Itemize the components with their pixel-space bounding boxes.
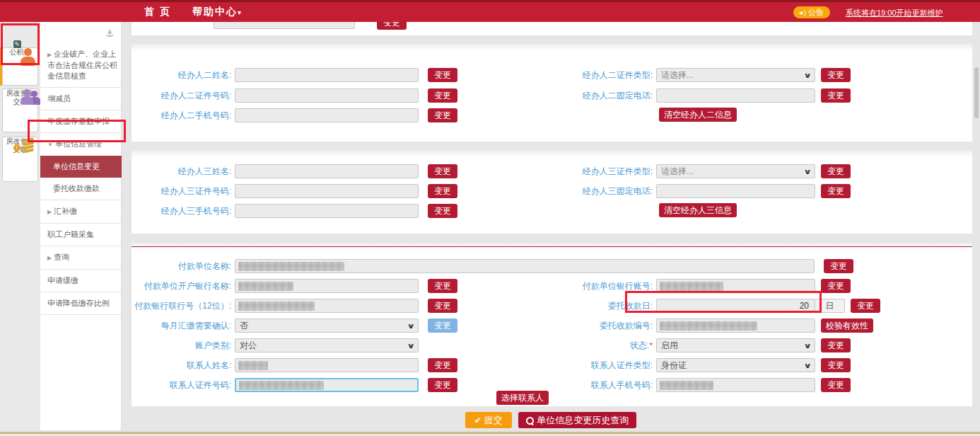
contact-id-type-select[interactable]: 身份证∨ <box>656 358 815 372</box>
payer-bank-name-input[interactable] <box>235 279 419 293</box>
agent3-phone-input[interactable] <box>656 184 815 198</box>
agent2-phone-input[interactable] <box>656 88 815 103</box>
sidebar-menu: ▶企业破产、企业上市合法合规住房公积金信息核查 增减员 年度缴存基数申报 ▼单位… <box>40 43 122 315</box>
status-select[interactable]: 启用∨ <box>656 338 815 352</box>
sidebar-item-zhigonghuji[interactable]: 职工户籍采集 <box>40 224 122 246</box>
page-bottom-border <box>0 432 980 434</box>
contact-id-number-input[interactable] <box>235 378 419 392</box>
change-button[interactable]: 变更 <box>428 88 457 103</box>
monthly-confirm-select[interactable]: 否∨ <box>235 319 419 333</box>
sidebar-item-jiangdibili[interactable]: 申请降低缴存比例 <box>40 292 122 315</box>
payer-unit-name-input[interactable] <box>235 259 815 273</box>
select-contact-button[interactable]: 选择联系人 <box>496 391 549 405</box>
sidebar-item-zengjianyuan[interactable]: 增减员 <box>40 88 122 110</box>
chevron-right-icon: ▶ <box>47 209 52 215</box>
sidebar-item-shenqinghuanjiao[interactable]: 申请缓缴 <box>40 270 122 292</box>
change-button[interactable]: 变更 <box>821 68 851 82</box>
change-button[interactable]: 变更 <box>428 68 457 82</box>
chevron-right-icon: ▶ <box>47 52 52 58</box>
payer-bank-code-input[interactable] <box>235 299 419 313</box>
validate-button[interactable]: 校验有效性 <box>821 319 873 333</box>
change-button[interactable]: 变更 <box>824 259 853 273</box>
rail-item-fanggai-deposit[interactable]: 房改资金交存 <box>2 88 38 132</box>
change-button[interactable]: 变更 <box>428 164 457 178</box>
sidebar-item-niandujiaocun[interactable]: 年度缴存基数申报 <box>40 110 122 133</box>
field-label: 付款单位名称: <box>132 260 235 272</box>
required-mark: * <box>650 341 653 350</box>
field-label: 经办人二固定电话: <box>485 90 656 102</box>
clear-agent2-button[interactable]: 清空经办人二信息 <box>659 108 737 122</box>
redacted-value <box>238 302 315 311</box>
change-button[interactable]: 变更 <box>428 204 457 218</box>
change-button[interactable]: 变更 <box>428 319 457 333</box>
field-label: 经办人三证件号码: <box>132 185 235 197</box>
day-unit-suffix: 日 <box>815 299 845 313</box>
sidebar-item-danweixinxibiangeng[interactable]: 单位信息变更 <box>40 156 122 178</box>
change-button[interactable]: 变更 <box>821 184 851 198</box>
agent2-name-input[interactable] <box>235 68 419 82</box>
change-button[interactable]: 变更 <box>821 378 851 392</box>
agent3-id-number-input[interactable] <box>235 184 419 198</box>
sidebar: ⚓ ▶企业破产、企业上市合法合规住房公积金信息核查 增减员 年度缴存基数申报 ▼… <box>40 22 122 430</box>
main-content: 变更 经办人二姓名:变更 经办人二证件号码:变更 经办人二手机号码:变更 经办人… <box>122 22 980 436</box>
footer-actions: ✔提交 单位信息变更历史查询 <box>122 412 980 428</box>
sidebar-group-danweixinxi[interactable]: ▼单位信息管理 <box>40 133 122 156</box>
field-label: 付款单位银行账号: <box>485 280 656 292</box>
field-label: 经办人三证件类型: <box>485 166 656 178</box>
header-bar: 首 页 帮助中心▾ ◄)公告 系统将在19:00开始更新维护 <box>0 2 980 22</box>
agent2-id-number-input[interactable] <box>235 88 419 103</box>
sidebar-item-huibujiao[interactable]: ▶汇补缴 <box>40 200 122 224</box>
account-type-select[interactable]: 对公∨ <box>235 338 419 352</box>
change-button[interactable]: 变更 <box>851 299 880 313</box>
change-button[interactable]: 变更 <box>428 279 457 293</box>
partial-input[interactable] <box>214 22 355 29</box>
agent2-mobile-input[interactable] <box>235 108 419 122</box>
history-query-button[interactable]: 单位信息变更历史查询 <box>518 412 636 428</box>
chevron-down-icon: ∨ <box>407 342 414 350</box>
change-button[interactable]: 变更 <box>428 184 457 198</box>
change-button[interactable]: 变更 <box>428 108 457 122</box>
chevron-down-icon: ▼ <box>47 142 53 148</box>
change-button[interactable]: 变更 <box>428 358 457 372</box>
field-label: 经办人三姓名: <box>132 166 235 178</box>
collection-day-input[interactable]: 20 <box>656 299 815 313</box>
change-button[interactable]: 变更 <box>821 338 851 352</box>
anchor-icon[interactable]: ⚓ <box>105 28 114 39</box>
change-button[interactable]: 变更 <box>377 22 407 30</box>
nav-home[interactable]: 首 页 <box>144 6 171 18</box>
sidebar-item-chaxun[interactable]: ▶查询 <box>40 246 122 270</box>
chevron-down-icon: ∨ <box>803 342 811 350</box>
submit-button[interactable]: ✔提交 <box>465 412 512 428</box>
change-button[interactable]: 变更 <box>821 279 851 293</box>
contact-mobile-input[interactable] <box>656 378 815 392</box>
field-label: 付款银行联行号（12位）: <box>132 300 235 312</box>
change-button[interactable]: 变更 <box>821 358 851 372</box>
field-label: 经办人二证件类型: <box>485 69 656 81</box>
clear-agent3-button[interactable]: 清空经办人三信息 <box>659 203 737 217</box>
chevron-right-icon: ▶ <box>47 255 52 261</box>
sidebar-item-qiyepochan[interactable]: ▶企业破产、企业上市合法合规住房公积金信息核查 <box>40 43 122 88</box>
maintenance-notice-link[interactable]: 系统将在19:00开始更新维护 <box>846 8 943 18</box>
agent2-id-type-select[interactable]: 请选择...∨ <box>656 68 815 82</box>
contact-name-input[interactable] <box>235 358 419 372</box>
change-button[interactable]: 变更 <box>821 164 851 178</box>
nav-help-center[interactable]: 帮助中心▾ <box>192 6 241 18</box>
agent3-name-input[interactable] <box>235 164 419 178</box>
change-button[interactable]: 变更 <box>428 299 457 313</box>
collection-number-input[interactable] <box>656 319 815 333</box>
search-icon <box>526 417 534 425</box>
agent3-mobile-input[interactable] <box>235 204 419 218</box>
field-label: 联系人证件号码: <box>132 379 235 391</box>
sidebar-item-weituoshoukuan[interactable]: 委托收款缴款 <box>40 178 122 200</box>
payer-bank-account-input[interactable] <box>656 279 815 293</box>
field-label: 经办人三固定电话: <box>485 185 656 197</box>
field-label: 经办人二手机号码: <box>132 110 235 122</box>
rail-item-fanggai-withdraw[interactable]: ! 房改资金支取 <box>2 137 38 182</box>
redacted-value <box>660 381 713 390</box>
change-button[interactable]: 变更 <box>821 88 851 103</box>
rail-item-gongjijin[interactable]: ✎ 公积金 <box>2 47 38 86</box>
agent3-id-type-select[interactable]: 请选择...∨ <box>656 164 815 178</box>
scrollbar-thumb[interactable] <box>974 67 979 118</box>
redacted-value <box>660 282 723 291</box>
change-button[interactable]: 变更 <box>428 378 457 392</box>
